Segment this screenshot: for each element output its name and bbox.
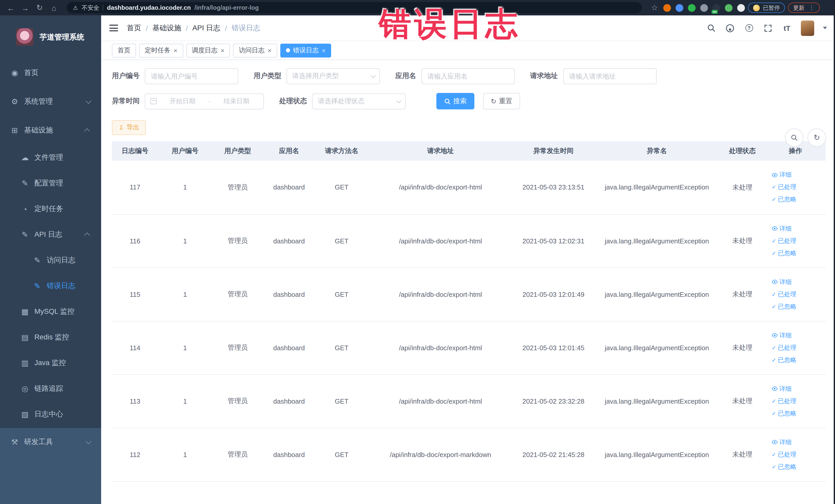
sidebar-devtools-section: ⚒研发工具 [0, 427, 101, 504]
fullscreen-icon[interactable] [763, 23, 773, 33]
request-url-input[interactable] [563, 68, 656, 84]
bookmark-star-icon[interactable]: ☆ [649, 2, 660, 13]
address-bar[interactable]: ⚠ 不安全 dashboard.yudao.iocoder.cn/infra/l… [67, 2, 642, 13]
status-select[interactable]: 请选择处理状态 [312, 93, 406, 109]
sidebar-item-error-log[interactable]: ✎错误日志 [0, 273, 101, 299]
user-id-input[interactable] [145, 68, 238, 84]
search-icon[interactable] [706, 23, 716, 33]
tab-错误日志[interactable]: 错误日志× [280, 43, 331, 57]
browser-back-icon[interactable]: ← [5, 2, 16, 13]
hamburger-icon[interactable] [109, 25, 118, 31]
ignored-link[interactable]: ✓已忽略 [772, 356, 796, 364]
breadcrumb-api-log[interactable]: API 日志 [192, 23, 221, 33]
tab-首页[interactable]: 首页 [112, 43, 136, 57]
extension-grid-icon[interactable] [700, 4, 708, 12]
close-icon[interactable]: × [221, 47, 224, 54]
sidebar-item-redis[interactable]: ▤Redis 监控 [0, 324, 101, 350]
sidebar-item-label: 首页 [24, 68, 101, 78]
detail-link[interactable]: 详细 [772, 171, 792, 180]
extension-green-v-icon[interactable] [688, 4, 696, 12]
sidebar-item-file[interactable]: ☁文件管理 [0, 145, 101, 170]
processed-link[interactable]: ✓已处理 [772, 450, 796, 459]
close-icon[interactable]: × [322, 47, 326, 54]
sidebar-item-system[interactable]: ⚙系统管理 [0, 87, 101, 116]
detail-link[interactable]: 详细 [772, 278, 792, 286]
processed-link[interactable]: ✓已处理 [772, 290, 796, 299]
refresh-button[interactable]: ↻ [808, 128, 826, 147]
user-type-select[interactable]: 请选择用户类型 [286, 68, 380, 84]
start-date-placeholder: 开始日期 [161, 97, 204, 105]
app-name-input[interactable] [421, 68, 515, 84]
sidebar-item-mysql[interactable]: ▦MySQL 监控 [0, 299, 101, 324]
ignored-link[interactable]: ✓已忽略 [772, 462, 796, 471]
column-header: 日志编号 [112, 141, 158, 161]
export-button[interactable]: ⇩ 导出 [112, 120, 146, 135]
sidebar-item-infra[interactable]: ⊞基础设施 [0, 116, 101, 145]
date-range-picker[interactable]: 开始日期 - 结束日期 [145, 93, 264, 109]
processed-link[interactable]: ✓已处理 [772, 183, 796, 192]
security-label[interactable]: 不安全 [82, 4, 99, 12]
sidebar-item-access-log[interactable]: ✎访问日志 [0, 247, 101, 273]
search-button[interactable]: 搜索 [436, 93, 474, 109]
extension-puzzle-icon[interactable] [737, 4, 745, 12]
sidebar-item-log-center[interactable]: ▧日志中心 [0, 402, 101, 427]
font-size-icon[interactable]: tT [782, 23, 792, 33]
address-divider [103, 5, 103, 11]
url-domain: dashboard.yudao.iocoder.cn [107, 4, 191, 11]
update-button[interactable]: 更新 ⋮ [788, 3, 820, 13]
extension-leaf-icon[interactable] [725, 4, 733, 12]
processed-link[interactable]: ✓已处理 [772, 397, 796, 405]
cell-time: 2021-05-03 12:02:31 [512, 214, 594, 267]
extension-blue-shield-icon[interactable] [676, 4, 683, 12]
extension-on-badge-icon[interactable]: on [713, 4, 720, 12]
cell-app-name: dashboard [263, 374, 315, 428]
tab-访问日志[interactable]: 访问日志× [233, 43, 277, 57]
browser-reload-icon[interactable]: ↻ [34, 2, 45, 13]
browser-home-icon[interactable]: ⌂ [48, 2, 60, 13]
browser-menu-icon[interactable]: ⋮ [809, 4, 815, 11]
cell-user-id: 1 [158, 161, 212, 214]
help-icon[interactable]: ? [744, 23, 754, 33]
sidebar-item-job[interactable]: ◔定时任务 [0, 196, 101, 222]
ignored-link[interactable]: ✓已忽略 [772, 409, 796, 418]
cell-id: 115 [112, 267, 158, 321]
browser-forward-icon[interactable]: → [20, 2, 31, 13]
sidebar-item-devtools[interactable]: ⚒研发工具 [0, 428, 101, 457]
ignored-link[interactable]: ✓已忽略 [772, 195, 796, 204]
user-avatar[interactable] [801, 20, 814, 36]
tab-定时任务[interactable]: 定时任务× [139, 43, 183, 57]
ignored-link[interactable]: ✓已忽略 [772, 249, 796, 258]
detail-link[interactable]: 详细 [772, 331, 792, 340]
sidebar-item-config[interactable]: ✎配置管理 [0, 170, 101, 196]
sidebar-item-api-log[interactable]: ✎API 日志 [0, 222, 101, 247]
avatar-caret-down-icon[interactable] [823, 27, 827, 29]
toggle-search-button[interactable] [785, 128, 803, 147]
breadcrumb-home[interactable]: 首页 [127, 23, 141, 33]
detail-link[interactable]: 详细 [772, 384, 792, 393]
app-logo-row[interactable]: 芋道管理系统 [0, 15, 101, 59]
extension-orange-icon[interactable] [663, 4, 671, 12]
detail-link[interactable]: 详细 [772, 224, 792, 233]
breadcrumb-infra[interactable]: 基础设施 [152, 23, 181, 33]
sidebar-menu: ◉首页⚙系统管理⊞基础设施☁文件管理✎配置管理◔定时任务✎API 日志✎访问日志… [0, 59, 101, 427]
tab-调度日志[interactable]: 调度日志× [186, 43, 230, 57]
cell-user-id: 1 [158, 214, 212, 267]
app-logo-rabbit [16, 28, 33, 46]
processed-link[interactable]: ✓已处理 [772, 237, 796, 245]
sidebar-item-java[interactable]: ▥Java 监控 [0, 350, 101, 376]
sidebar-item-home[interactable]: ◉首页 [0, 59, 101, 87]
sidebar-item-trace[interactable]: ◎链路追踪 [0, 376, 101, 402]
processed-link[interactable]: ✓已处理 [772, 343, 796, 352]
reset-button[interactable]: ↻ 重置 [483, 93, 520, 109]
detail-link[interactable]: 详细 [772, 438, 792, 446]
github-icon[interactable] [725, 23, 735, 33]
chevron-down-icon [86, 98, 91, 104]
tags-view-bar: 首页定时任务×调度日志×访问日志×错误日志× [101, 41, 835, 60]
paused-badge[interactable]: 已暂停 [748, 3, 785, 13]
cell-status: 未处理 [719, 161, 766, 214]
close-icon[interactable]: × [174, 47, 177, 54]
close-icon[interactable]: × [267, 47, 271, 54]
screen: ← → ↻ ⌂ ⚠ 不安全 dashboard.yudao.iocoder.cn… [0, 0, 835, 504]
ignored-link[interactable]: ✓已忽略 [772, 302, 796, 311]
processed-label: 已处理 [778, 183, 796, 192]
